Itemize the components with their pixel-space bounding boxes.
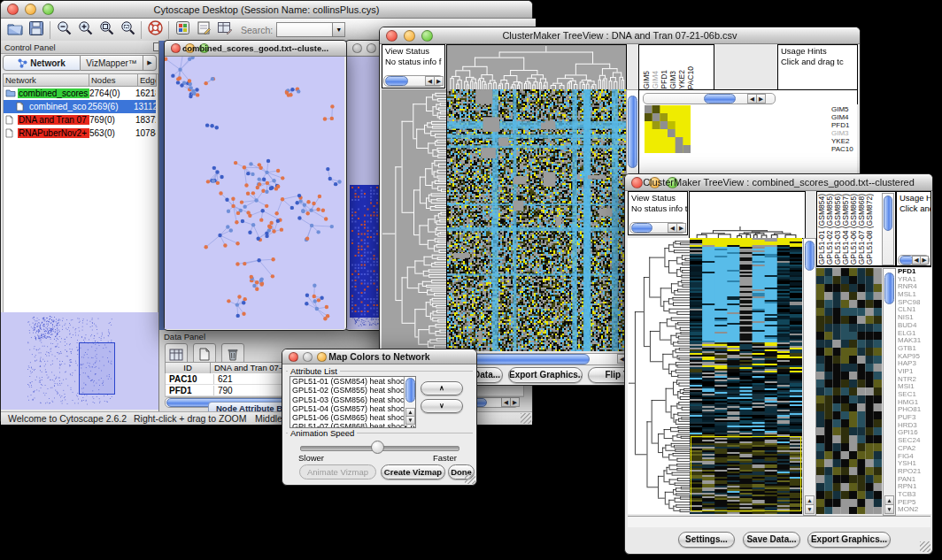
tv1-row-label[interactable]: YKE2 [830, 137, 857, 145]
tv2-export-graphics-button[interactable]: Export Graphics... [807, 532, 891, 548]
animate-vizmap-button[interactable]: Animate Vizmap [299, 464, 376, 479]
animation-speed-slider-thumb[interactable] [371, 441, 384, 454]
resize-grip-icon[interactable] [920, 541, 930, 552]
zoom-out-button[interactable] [53, 19, 74, 40]
network-row[interactable]: DNA and Tran 07769(0)183728(0) [4, 113, 156, 127]
tv1-selected-submatrix-canvas[interactable] [645, 105, 691, 153]
column-header-edges[interactable]: Edges [138, 74, 156, 86]
attribute-item[interactable]: GPL51-03 (GSM856) heat shock 15 min [290, 395, 405, 404]
document-icon [5, 128, 18, 138]
zoom-fit-button[interactable] [96, 19, 117, 40]
tv1-vscroll-thumb[interactable] [628, 96, 637, 168]
attribute-item[interactable]: GPL51-02 (GSM855) heat shock 10 min [290, 386, 405, 395]
tab-vizmapper[interactable]: VizMapper™ [81, 55, 143, 71]
attribute-item[interactable]: GPL51-01 (GSM854) heat shock 05 min [290, 377, 405, 386]
tv1-column-label[interactable]: GIM3 [669, 71, 677, 89]
search-input[interactable] [276, 22, 333, 37]
scroll-right-icon[interactable]: ▶ [434, 76, 444, 86]
tv2-labels-scroll-thumb[interactable] [884, 196, 892, 231]
search-dropdown-icon[interactable]: ▼ [333, 22, 345, 37]
tv1-zoom-hscroll-thumb[interactable] [704, 94, 736, 104]
tv2-zoom-heatmap-canvas[interactable] [816, 268, 882, 514]
tv1-row-label[interactable]: GIM3 [830, 129, 857, 137]
scroll-down-icon[interactable]: ▼ [884, 504, 894, 514]
tv1-column-label[interactable]: PFD1 [660, 70, 668, 89]
network-row[interactable]: combined_scores2764(0)16218(0) [4, 87, 156, 100]
resize-grip-icon[interactable] [465, 473, 475, 484]
zoom-fit-icon [98, 19, 115, 40]
move-attribute-up-button[interactable]: ∧ [421, 381, 463, 395]
tab-more-arrow-icon: ▶ [147, 59, 151, 66]
tv2-labels-vscrollbar[interactable] [882, 193, 894, 265]
tv2-heatmap-canvas[interactable] [690, 238, 802, 514]
tv2-save-data-label: Save Data... [746, 534, 796, 544]
tv2-row-dendrogram[interactable] [628, 238, 690, 514]
attribute-list-vscrollbar[interactable]: ▲ ▼ [404, 377, 415, 426]
array-column-label[interactable]: GPL51-08 (GSM872) [866, 194, 874, 265]
tv2-settings-button[interactable]: Settings... [678, 532, 735, 548]
tv2-column-dendrogram-area[interactable] [689, 191, 806, 239]
scroll-down-icon[interactable]: ▼ [805, 504, 815, 514]
tv2-status-scroll-thumb[interactable] [631, 223, 652, 233]
tv1-column-label[interactable]: GIM4 [652, 71, 660, 89]
birdseye-view-canvas[interactable] [1, 312, 158, 410]
tv2-zoom-vscrollbar[interactable]: ▲ ▼ [883, 268, 896, 516]
tv2-save-data-button[interactable]: Save Data... [743, 532, 800, 548]
resize-grip-icon[interactable] [521, 413, 531, 424]
attribute-editor-button[interactable] [214, 19, 236, 40]
main-titlebar[interactable]: Cytoscape Desktop (Session Name: collins… [1, 1, 532, 19]
treeview1-titlebar[interactable]: ClusterMaker TreeView : DNA and Tran 07-… [380, 27, 860, 44]
tv1-column-label[interactable]: YKE2 [678, 70, 686, 89]
vizmapper-shortcut-button[interactable] [172, 19, 193, 40]
treeview2-titlebar[interactable]: ClusterMaker TreeView : combined_scores_… [625, 174, 932, 191]
tv1-row-dendrogram[interactable] [382, 89, 446, 351]
tab-network[interactable]: Network [3, 55, 81, 71]
attribute-item[interactable]: GPL51-06 (GSM865) heat shock 40 min [290, 413, 405, 422]
help-button[interactable] [144, 19, 166, 40]
dialog-titlebar[interactable]: Map Colors to Network [282, 349, 476, 364]
tv1-status-scroll-thumb[interactable] [385, 76, 408, 86]
tv1-column-labels: GIM5GIM4PFD1GIM3YKE2PAC10 [638, 44, 714, 90]
data-column-id[interactable]: ID [166, 363, 211, 373]
scroll-down-icon[interactable]: ▼ [405, 416, 415, 425]
save-session-button[interactable] [26, 19, 47, 40]
tv2-divider [816, 265, 930, 267]
create-vizmap-button[interactable]: Create Vizmap [381, 464, 445, 479]
scroll-right-icon[interactable]: ▶ [510, 397, 520, 407]
tv1-column-dendrogram[interactable] [446, 44, 627, 90]
move-attribute-down-button[interactable]: ∨ [421, 399, 463, 413]
network-canvas[interactable] [165, 57, 344, 329]
tv1-column-label[interactable]: GIM5 [643, 71, 651, 89]
column-header-nodes[interactable]: Nodes [89, 74, 138, 86]
tab-more[interactable]: ▶ [143, 55, 157, 71]
dialog-title: Map Colors to Network [282, 351, 476, 362]
new-document-icon [198, 348, 211, 361]
tv2-zoom-vscroll-thumb[interactable] [884, 272, 894, 304]
network-row[interactable]: combined_sco2569(6)13112(15) [4, 100, 156, 113]
tv1-heatmap-canvas[interactable] [446, 89, 626, 351]
zoom-in-icon [77, 19, 94, 40]
attribute-item[interactable]: GPL51-04 (GSM857) heat shock 20 min [290, 404, 405, 413]
open-file-button[interactable] [4, 19, 26, 40]
minimize-icon[interactable] [367, 43, 376, 53]
scroll-right-icon[interactable]: ▶ [676, 223, 686, 233]
close-icon[interactable] [352, 43, 362, 53]
tv1-row-label[interactable]: PFD1 [830, 121, 857, 129]
tv1-row-label[interactable]: PAC10 [830, 145, 857, 153]
scroll-right-icon[interactable]: ▶ [920, 256, 929, 265]
tv1-column-label[interactable]: PAC10 [687, 66, 695, 89]
network-row[interactable]: RNAPuberNov2+563(0)107847(0) [4, 127, 156, 140]
annotation-button[interactable] [193, 19, 214, 40]
network1-titlebar[interactable]: combined_scores_good.txt--cluste... [165, 41, 346, 57]
zoom-in-button[interactable] [74, 19, 96, 40]
column-header-network[interactable]: Network [4, 74, 89, 86]
gene-label[interactable]: MON2 [896, 506, 931, 514]
tv1-row-label[interactable]: GIM5 [830, 105, 857, 113]
scroll-right-icon[interactable]: ▶ [756, 94, 766, 104]
tv1-row-label[interactable]: GIM4 [830, 113, 857, 121]
zoom-selected-button[interactable] [117, 19, 138, 40]
tv1-export-graphics-button[interactable]: Export Graphics... [508, 367, 583, 383]
tv2-vscrollbar[interactable]: ▲ ▼ [803, 238, 816, 516]
attribute-scroll-thumb[interactable] [405, 378, 415, 403]
tv2-vscroll-thumb[interactable] [805, 241, 815, 271]
